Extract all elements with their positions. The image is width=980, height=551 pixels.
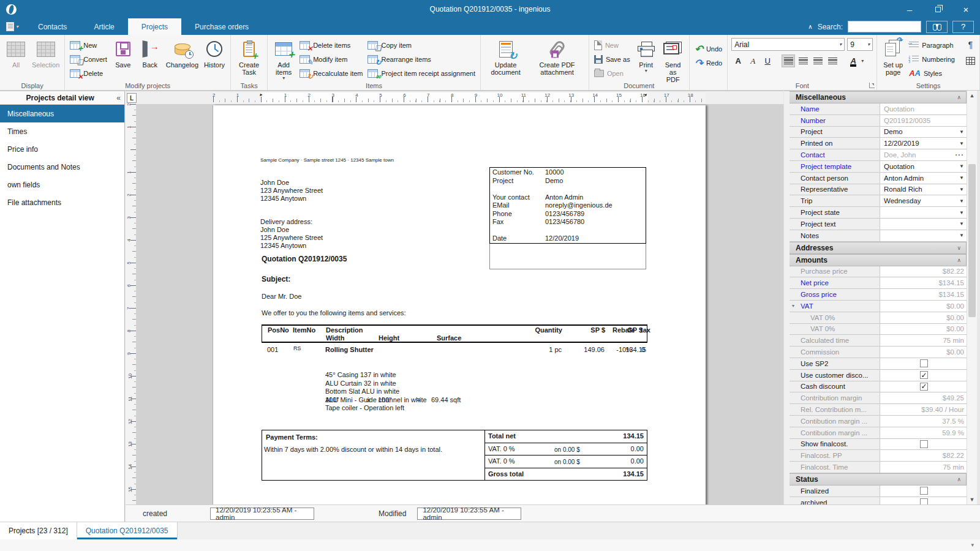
save-button[interactable]: Save xyxy=(110,37,137,69)
panel-field-value[interactable]: $39.40 / Hour xyxy=(880,404,967,415)
app-tab[interactable]: Contacts xyxy=(24,18,80,35)
create-pdf-attachment-button[interactable]: Create PDF attachment xyxy=(528,37,586,76)
chevron-down-icon[interactable]: ▼ xyxy=(959,233,964,238)
sidebar-item[interactable]: Times xyxy=(0,122,124,140)
add-items-button[interactable]: + Add items ▾ xyxy=(270,37,297,81)
bottom-tab[interactable]: Projects [23 / 312] xyxy=(0,522,77,539)
set-up-page-button[interactable]: Set up page xyxy=(880,37,907,76)
convert-button[interactable]: ❏Convert xyxy=(67,52,110,66)
chevron-down-icon[interactable]: ▼ xyxy=(959,221,964,227)
panel-section-header-addresses[interactable]: Addresses∨ xyxy=(790,242,967,254)
panel-scrollbar[interactable]: ▲ ▼ xyxy=(967,91,977,504)
item-action-button[interactable]: ∞Project item receipt assignment xyxy=(365,66,477,80)
item-action-button[interactable]: ❏Copy item xyxy=(365,38,477,52)
sidebar-item[interactable]: Documents and Notes xyxy=(0,158,124,176)
chevron-down-icon[interactable]: ▼ xyxy=(959,175,964,181)
font-color-button[interactable]: A xyxy=(846,54,860,67)
panel-field-value[interactable]: $0.00 xyxy=(880,324,967,335)
chevron-down-icon[interactable]: ▼ xyxy=(959,198,964,204)
undo-button[interactable]: ↶Undo xyxy=(692,42,725,56)
send-as-pdf-button[interactable]: Send as PDF xyxy=(660,37,687,83)
align-right-button[interactable] xyxy=(796,54,810,67)
chevron-down-icon[interactable]: ▼ xyxy=(959,187,964,192)
advanced-search-button[interactable] xyxy=(926,21,948,33)
chevron-up-icon[interactable]: ∧ xyxy=(957,94,961,100)
show-table-grid-button[interactable] xyxy=(963,54,977,67)
panel-section-header-status[interactable]: Status∧ xyxy=(790,473,967,485)
checkbox-checked[interactable]: ✓ xyxy=(920,383,928,391)
print-button[interactable]: Print ▾ xyxy=(633,37,660,73)
panel-section-header-miscellaneous[interactable]: Miscellaneous∧ xyxy=(790,91,967,103)
panel-field-value[interactable]: Demo▼ xyxy=(880,127,967,138)
delete-button[interactable]: ×Delete xyxy=(67,66,110,80)
checkbox-unchecked[interactable] xyxy=(920,498,928,504)
panel-field-value[interactable]: ✓ xyxy=(880,370,967,381)
justify-button[interactable] xyxy=(826,54,839,67)
scroll-up-icon[interactable]: ▲ xyxy=(967,91,977,100)
panel-field-value[interactable]: $82.22 xyxy=(880,450,967,461)
document-preview-area[interactable]: Sample Company · Sample street 1245 · 12… xyxy=(137,104,783,504)
chevron-up-icon[interactable]: ∧ xyxy=(957,257,961,263)
panel-field-value[interactable]: 37.5 % xyxy=(880,416,967,427)
panel-field-value[interactable]: 75 min xyxy=(880,335,967,346)
app-menu-button[interactable]: ▾ xyxy=(0,18,24,35)
panel-field-value[interactable]: $134.15 xyxy=(880,277,967,288)
checkbox-checked[interactable]: ✓ xyxy=(920,371,928,379)
sidebar-item[interactable]: Price info xyxy=(0,140,124,158)
panel-section-header-amounts[interactable]: Amounts∧ xyxy=(790,254,967,266)
panel-field-value[interactable]: ▼ xyxy=(880,207,967,218)
collapse-sidebar-icon[interactable]: « xyxy=(116,94,121,102)
panel-field-value[interactable] xyxy=(880,358,967,369)
redo-button[interactable]: ↷Redo xyxy=(692,56,725,70)
new-document-button[interactable]: New xyxy=(592,38,633,52)
save-as-button[interactable]: Save as xyxy=(592,52,633,66)
checkbox-unchecked[interactable] xyxy=(920,359,928,367)
panel-field-value[interactable]: ▼ xyxy=(880,230,967,241)
panel-field-value[interactable]: Quotation xyxy=(880,103,967,114)
panel-field-value[interactable]: Doe, John··· xyxy=(880,149,967,160)
checkbox-unchecked[interactable] xyxy=(920,487,928,495)
ribbon-collapse-icon[interactable]: ∧ xyxy=(808,23,812,30)
align-left-button[interactable] xyxy=(782,54,795,67)
scroll-down-icon[interactable]: ▼ xyxy=(967,495,977,504)
vertical-ruler[interactable]: 12123456789101112131415 xyxy=(126,104,137,504)
panel-field-value[interactable]: Q201912/0035 xyxy=(880,115,967,126)
item-action-button[interactable]: ↻Rearrange items xyxy=(365,52,477,66)
show-formatting-marks-button[interactable]: ¶ xyxy=(963,38,977,51)
panel-field-value[interactable] xyxy=(880,497,967,504)
chevron-down-icon[interactable]: ▼ xyxy=(959,210,964,216)
panel-field-value[interactable]: Ronald Rich▼ xyxy=(880,184,967,195)
created-value[interactable]: 12/20/2019 10:23:55 AM - admin xyxy=(210,508,314,520)
modified-value[interactable]: 12/20/2019 10:23:55 AM - admin xyxy=(417,508,521,520)
panel-field-value[interactable]: $0.00 xyxy=(880,312,967,323)
item-action-button[interactable]: ↻Recalculate item xyxy=(297,66,365,80)
selection-button[interactable]: Selection xyxy=(29,37,62,69)
app-tab[interactable]: Article xyxy=(80,18,127,35)
font-size-select[interactable]: 9▾ xyxy=(847,38,873,51)
scrollbar-thumb[interactable] xyxy=(968,164,976,317)
italic-button[interactable]: A xyxy=(746,54,760,67)
panel-field-value[interactable]: ▼ xyxy=(880,219,967,230)
chevron-down-icon[interactable]: ∨ xyxy=(957,245,961,251)
panel-field-value[interactable]: ✓ xyxy=(880,381,967,392)
panel-field-value[interactable]: $82.22 xyxy=(880,266,967,277)
panel-field-value[interactable]: $0.00 xyxy=(880,301,967,312)
ellipsis-button[interactable]: ··· xyxy=(956,151,965,159)
panel-field-value[interactable]: 59.9 % xyxy=(880,427,967,438)
create-task-button[interactable]: + Create Task xyxy=(233,37,265,76)
sidebar-item[interactable]: own fields xyxy=(0,176,124,193)
paragraph-button[interactable]: Paragraph xyxy=(907,38,957,52)
font-family-select[interactable]: Arial▾ xyxy=(731,38,845,51)
panel-field-value[interactable]: 75 min xyxy=(880,462,967,473)
chevron-up-icon[interactable]: ∧ xyxy=(957,476,961,482)
document-page[interactable]: Sample Company · Sample street 1245 · 12… xyxy=(213,105,706,504)
back-button[interactable]: Back xyxy=(137,37,164,69)
chevron-down-icon[interactable]: ▼ xyxy=(959,163,964,169)
help-button[interactable]: ? xyxy=(952,21,974,33)
panel-field-value[interactable]: Anton Admin▼ xyxy=(880,173,967,184)
changelog-button[interactable]: Changelog xyxy=(164,37,201,69)
align-center-button[interactable] xyxy=(811,54,824,67)
panel-field-value[interactable] xyxy=(880,485,967,497)
left-indent-marker[interactable]: ▸ xyxy=(260,92,262,97)
all-button[interactable]: All xyxy=(2,37,29,69)
